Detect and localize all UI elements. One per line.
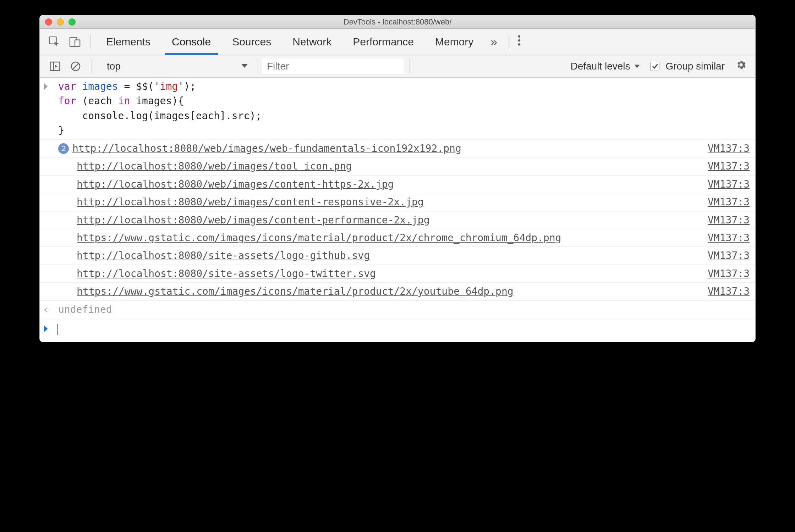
log-url-link[interactable]: http://localhost:8080/web/images/content… bbox=[77, 214, 430, 226]
console-filter-input[interactable] bbox=[262, 59, 404, 74]
log-message: http://localhost:8080/site-assets/logo-g… bbox=[55, 248, 701, 263]
console-return-row: undefined bbox=[40, 301, 755, 319]
code-entry: var images = $$('img'); for (each in ima… bbox=[55, 79, 750, 138]
svg-point-4 bbox=[518, 39, 520, 41]
text-cursor bbox=[57, 324, 58, 335]
devtools-tabbar: Elements Console Sources Network Perform… bbox=[40, 29, 755, 55]
tabs-overflow-button[interactable]: » bbox=[484, 35, 504, 49]
console-log-row: https://www.gstatic.com/images/icons/mat… bbox=[40, 229, 755, 247]
log-source-link[interactable]: VM137:3 bbox=[701, 284, 750, 299]
tab-sources[interactable]: Sources bbox=[221, 29, 282, 55]
clear-console-icon[interactable] bbox=[68, 59, 83, 74]
log-message: https://www.gstatic.com/images/icons/mat… bbox=[55, 284, 701, 299]
inspect-element-icon[interactable] bbox=[46, 34, 62, 50]
svg-point-10 bbox=[48, 309, 49, 310]
execution-context-selector[interactable]: top bbox=[101, 59, 250, 74]
return-arrow-icon bbox=[43, 302, 55, 317]
close-window-button[interactable] bbox=[45, 18, 52, 26]
console-log-row: http://localhost:8080/web/images/content… bbox=[40, 193, 755, 211]
titlebar: DevTools - localhost:8080/web/ bbox=[40, 15, 755, 29]
console-log-row: http://localhost:8080/site-assets/logo-t… bbox=[40, 265, 755, 283]
log-level-label: Default levels bbox=[570, 61, 630, 72]
log-gutter bbox=[43, 284, 55, 285]
divider bbox=[509, 34, 509, 49]
tab-memory[interactable]: Memory bbox=[424, 29, 484, 55]
console-log-row: http://localhost:8080/web/images/content… bbox=[40, 211, 755, 229]
log-message: https://www.gstatic.com/images/icons/mat… bbox=[55, 231, 701, 245]
log-message: 2http://localhost:8080/web/images/web-fu… bbox=[55, 141, 701, 156]
svg-rect-2 bbox=[75, 40, 80, 46]
console-output: var images = $$('img'); for (each in ima… bbox=[40, 78, 755, 342]
divider bbox=[92, 59, 92, 74]
log-message: http://localhost:8080/web/images/content… bbox=[55, 177, 701, 192]
console-toolbar: top Default levels Group similar bbox=[40, 55, 755, 78]
console-settings-icon[interactable] bbox=[735, 59, 747, 73]
divider bbox=[90, 34, 91, 49]
log-source-link[interactable]: VM137:3 bbox=[701, 177, 750, 192]
group-similar-checkbox[interactable] bbox=[650, 62, 659, 71]
log-gutter bbox=[43, 141, 55, 142]
log-gutter bbox=[43, 159, 55, 160]
devtools-window: DevTools - localhost:8080/web/ Elements … bbox=[39, 15, 756, 342]
divider bbox=[410, 59, 410, 74]
log-gutter bbox=[43, 266, 55, 267]
group-similar-label: Group similar bbox=[666, 61, 725, 72]
tab-performance[interactable]: Performance bbox=[342, 29, 424, 55]
console-log-row: 2http://localhost:8080/web/images/web-fu… bbox=[40, 140, 755, 157]
svg-point-3 bbox=[518, 35, 520, 38]
console-sidebar-toggle-icon[interactable] bbox=[48, 59, 62, 74]
log-message: http://localhost:8080/web/images/tool_ic… bbox=[55, 159, 701, 173]
traffic-lights bbox=[40, 18, 76, 26]
log-url-link[interactable]: http://localhost:8080/web/images/tool_ic… bbox=[77, 160, 352, 172]
maximize-window-button[interactable] bbox=[68, 18, 76, 26]
chevron-down-icon bbox=[634, 61, 640, 72]
log-source-link[interactable]: VM137:3 bbox=[701, 195, 750, 209]
log-url-link[interactable]: http://localhost:8080/site-assets/logo-t… bbox=[77, 268, 376, 279]
log-gutter bbox=[43, 231, 55, 231]
console-prompt[interactable] bbox=[40, 319, 755, 342]
log-message: http://localhost:8080/site-assets/logo-t… bbox=[55, 266, 701, 281]
log-source-link[interactable]: VM137:3 bbox=[701, 231, 750, 245]
device-toolbar-icon[interactable] bbox=[67, 34, 83, 50]
log-gutter bbox=[43, 177, 55, 178]
log-url-link[interactable]: http://localhost:8080/web/images/content… bbox=[77, 196, 424, 208]
prompt-caret-icon bbox=[43, 322, 55, 337]
console-log-row: http://localhost:8080/site-assets/logo-g… bbox=[40, 247, 755, 265]
log-message: http://localhost:8080/web/images/content… bbox=[55, 213, 701, 227]
log-source-link[interactable]: VM137:3 bbox=[701, 159, 750, 173]
log-url-link[interactable]: http://localhost:8080/site-assets/logo-g… bbox=[77, 250, 370, 261]
chevron-down-icon bbox=[241, 61, 248, 72]
minimize-window-button[interactable] bbox=[57, 18, 64, 26]
console-input-echo: var images = $$('img'); for (each in ima… bbox=[40, 78, 755, 140]
log-message: http://localhost:8080/web/images/content… bbox=[55, 195, 701, 209]
svg-line-9 bbox=[73, 63, 78, 69]
divider bbox=[256, 59, 256, 74]
window-title: DevTools - localhost:8080/web/ bbox=[40, 17, 755, 27]
return-value: undefined bbox=[55, 302, 750, 317]
execution-context-label: top bbox=[107, 61, 121, 72]
tab-console[interactable]: Console bbox=[161, 29, 221, 55]
log-source-link[interactable]: VM137:3 bbox=[701, 266, 750, 281]
log-source-link[interactable]: VM137:3 bbox=[701, 213, 750, 227]
console-log-row: https://www.gstatic.com/images/icons/mat… bbox=[40, 283, 755, 300]
repeat-count-badge: 2 bbox=[58, 143, 69, 154]
log-url-link[interactable]: https://www.gstatic.com/images/icons/mat… bbox=[77, 286, 514, 297]
tab-network[interactable]: Network bbox=[282, 29, 342, 55]
log-gutter bbox=[43, 248, 55, 249]
devtools-menu-button[interactable] bbox=[514, 34, 525, 49]
console-log-row: http://localhost:8080/web/images/tool_ic… bbox=[40, 157, 755, 175]
log-source-link[interactable]: VM137:3 bbox=[701, 248, 750, 263]
log-url-link[interactable]: http://localhost:8080/web/images/web-fun… bbox=[72, 143, 461, 154]
input-caret-icon bbox=[43, 79, 55, 94]
log-source-link[interactable]: VM137:3 bbox=[701, 141, 750, 156]
log-gutter bbox=[43, 213, 55, 214]
log-level-filter[interactable]: Default levels Group similar bbox=[570, 59, 750, 73]
log-url-link[interactable]: https://www.gstatic.com/images/icons/mat… bbox=[77, 232, 561, 244]
svg-point-5 bbox=[518, 43, 520, 45]
console-log-row: http://localhost:8080/web/images/content… bbox=[40, 176, 755, 193]
log-gutter bbox=[43, 195, 55, 195]
tab-elements[interactable]: Elements bbox=[95, 29, 161, 55]
log-url-link[interactable]: http://localhost:8080/web/images/content… bbox=[77, 178, 394, 190]
